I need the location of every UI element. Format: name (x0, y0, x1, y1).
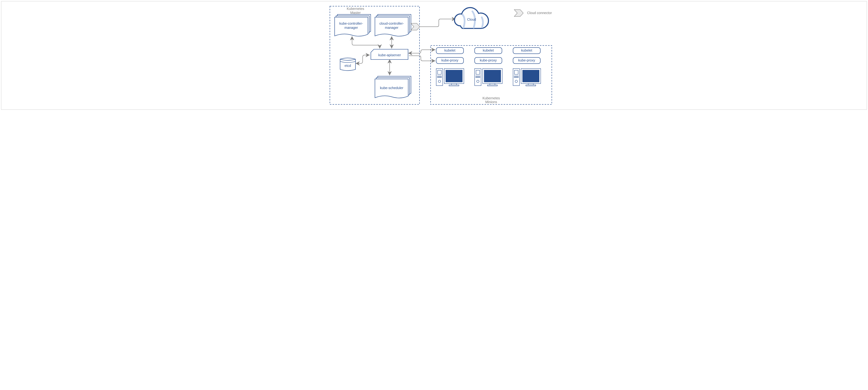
svg-rect-5 (437, 76, 442, 77)
svg-rect-21 (488, 85, 497, 86)
kube-scheduler: kube-scheduler (375, 76, 411, 98)
ccm-label-l1: cloud-controller- (379, 22, 404, 25)
svg-rect-9 (452, 84, 457, 85)
svg-rect-20 (490, 84, 495, 85)
minions-title-l2: Minions (485, 100, 497, 104)
svg-point-4 (438, 80, 441, 83)
kubeproxy-3-label: kube-proxy (518, 58, 535, 62)
computer-icon (436, 68, 464, 86)
minion-1: kubelet kube-proxy (436, 48, 464, 86)
kube-apiserver: kube-apiserver (371, 49, 408, 60)
svg-rect-31 (528, 84, 533, 85)
kubeproxy-2-label: kube-proxy (480, 58, 497, 62)
arrow-kcm-api (352, 37, 380, 49)
arrow-etcd-api (356, 55, 370, 63)
svg-rect-32 (526, 85, 536, 86)
svg-rect-28 (514, 77, 519, 78)
svg-rect-10 (449, 85, 459, 86)
kubeproxy-1-label: kube-proxy (441, 58, 458, 62)
architecture-diagram: Kubernetes Master kube-controller- manag… (4, 4, 864, 107)
computer-icon (475, 68, 502, 86)
master-title-l2: Master (350, 11, 361, 14)
svg-rect-8 (446, 70, 462, 82)
svg-rect-3 (438, 70, 441, 74)
etcd-label: etcd (345, 64, 351, 67)
etcd: etcd (340, 58, 355, 71)
computer-icon (513, 68, 540, 86)
arrow-ccm-to-cloud (420, 19, 456, 27)
svg-rect-6 (437, 77, 442, 78)
svg-rect-30 (522, 70, 539, 82)
legend: Cloud connector (514, 10, 552, 17)
diagram-frame: Kubernetes Master kube-controller- manag… (1, 1, 867, 110)
legend-chevron-icon (514, 10, 523, 17)
minions-title-l1: Kubernetes (483, 96, 500, 100)
cloud: Cloud (455, 8, 489, 28)
svg-rect-27 (514, 76, 519, 77)
cloud-label: Cloud (467, 18, 476, 21)
connector-chevron (411, 23, 420, 30)
ccm-label-l2: manager (385, 26, 398, 30)
master-title-l1: Kubernetes (347, 7, 364, 10)
arrow-api-kubeproxy (409, 56, 435, 61)
svg-point-26 (515, 80, 518, 83)
apiserver-label: kube-apiserver (378, 53, 401, 57)
svg-rect-19 (484, 70, 501, 82)
kubelet-2-label: kubelet (483, 49, 494, 52)
svg-rect-16 (475, 76, 480, 77)
kcm-label-l2: manager (344, 26, 358, 30)
kubelet-3-label: kubelet (521, 49, 532, 52)
minion-3: kubelet kube-proxy (513, 48, 540, 86)
kube-controller-manager: kube-controller- manager (335, 14, 371, 36)
svg-rect-25 (515, 70, 518, 74)
legend-label: Cloud connector (527, 11, 552, 15)
svg-rect-14 (476, 70, 480, 74)
scheduler-label: kube-scheduler (380, 86, 403, 90)
kcm-label-l1: kube-controller- (339, 22, 363, 25)
minion-2: kubelet kube-proxy (475, 48, 502, 86)
kubelet-1-label: kubelet (444, 49, 456, 52)
svg-rect-17 (475, 77, 480, 78)
svg-point-15 (477, 80, 479, 83)
arrow-api-kubelet (409, 50, 435, 53)
cloud-controller-manager: cloud-controller- manager (375, 14, 411, 36)
